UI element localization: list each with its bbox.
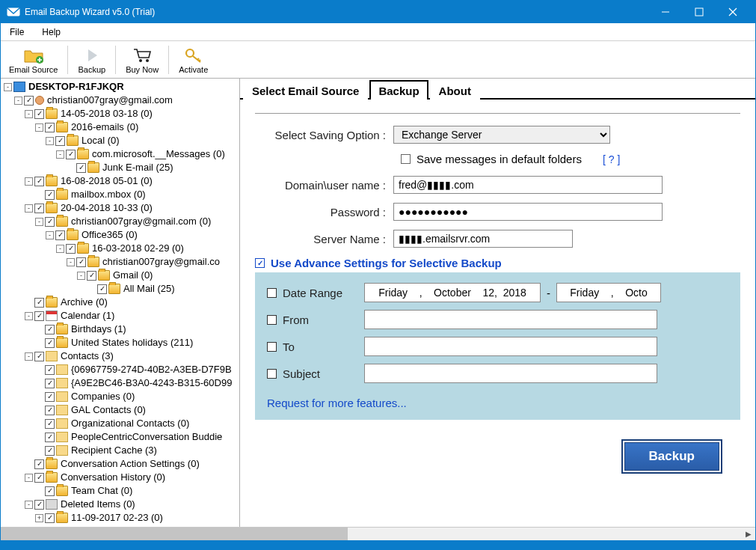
expander[interactable]: - — [25, 352, 33, 361]
saving-option-select[interactable]: Exchange Server — [393, 126, 610, 144]
tree-item[interactable]: Calendar (1) — [59, 309, 116, 323]
checkbox[interactable]: ✓ — [45, 486, 55, 496]
expander[interactable]: - — [35, 218, 43, 226]
tab-select-email-source[interactable]: Select Email Source — [243, 80, 368, 100]
checkbox[interactable]: ✓ — [45, 406, 55, 415]
checkbox[interactable]: ✓ — [34, 311, 44, 321]
tree-item[interactable]: Contacts (3) — [59, 349, 115, 363]
mailbox-tree[interactable]: -DESKTOP-R1FJKQR -✓christian007gray@gmai… — [1, 79, 240, 527]
checkbox[interactable]: ✓ — [34, 109, 44, 119]
checkbox[interactable]: ✓ — [76, 163, 86, 173]
expander[interactable]: - — [46, 231, 54, 239]
checkbox[interactable]: ✓ — [45, 190, 55, 200]
tree-item[interactable]: 14-05-2018 03-18 (0) — [59, 107, 154, 120]
expander[interactable]: - — [25, 204, 33, 213]
tree-item[interactable]: Local (0) — [80, 134, 121, 147]
checkbox[interactable]: ✓ — [87, 271, 96, 281]
checkbox[interactable]: ✓ — [45, 513, 55, 523]
close-button[interactable] — [716, 1, 749, 23]
tree-item[interactable]: GAL Contacts (0) — [70, 403, 147, 417]
checkbox[interactable]: ✓ — [55, 136, 65, 146]
tab-backup[interactable]: Backup — [369, 80, 428, 100]
checkbox[interactable]: ✓ — [24, 96, 34, 106]
subject-input[interactable] — [364, 364, 657, 383]
checkbox[interactable]: ✓ — [97, 284, 107, 294]
tree-item[interactable]: Organizational Contacts (0) — [70, 417, 191, 430]
scroll-right-arrow[interactable]: ▶ — [742, 528, 755, 540]
expander[interactable]: - — [67, 258, 75, 266]
tree-root[interactable]: DESKTOP-R1FJKQR — [27, 80, 126, 94]
to-checkbox[interactable] — [267, 342, 277, 352]
backup-button[interactable]: Backup — [624, 442, 719, 471]
from-checkbox[interactable] — [267, 315, 277, 325]
checkbox[interactable]: ✓ — [45, 392, 55, 402]
checkbox[interactable]: ✓ — [45, 379, 55, 388]
tree-item[interactable]: Gmail (0) — [111, 269, 154, 282]
save-default-checkbox[interactable] — [401, 154, 411, 164]
checkbox[interactable]: ✓ — [76, 257, 86, 267]
toolbar-email-source[interactable]: Email Source — [2, 42, 64, 78]
server-name-input[interactable] — [393, 230, 573, 248]
expander[interactable]: + — [35, 514, 43, 522]
toolbar-backup[interactable]: Backup — [71, 42, 112, 78]
tree-item[interactable]: 16-08-2018 05-01 (0) — [59, 174, 154, 188]
expander[interactable]: - — [25, 474, 33, 482]
tree-item[interactable]: 2016-emails (0) — [70, 120, 140, 134]
tree-item[interactable]: Junk E-mail (25) — [101, 161, 175, 174]
checkbox[interactable]: ✓ — [34, 473, 44, 483]
date-from-input[interactable] — [364, 283, 541, 302]
tree-item[interactable]: Conversation Action Settings (0) — [59, 457, 201, 471]
checkbox[interactable]: ✓ — [34, 298, 44, 308]
tab-about[interactable]: About — [430, 80, 480, 100]
checkbox[interactable]: ✓ — [66, 244, 76, 254]
tree-item[interactable]: All Mail (25) — [122, 282, 176, 296]
checkbox[interactable]: ✓ — [45, 123, 55, 132]
to-input[interactable] — [364, 337, 657, 356]
tree-item[interactable]: PeopleCentricConversation Buddie — [70, 430, 224, 444]
checkbox[interactable]: ✓ — [55, 230, 65, 240]
date-range-checkbox[interactable] — [267, 288, 277, 298]
tree-item[interactable]: Recipient Cache (3) — [70, 444, 159, 457]
minimize-button[interactable] — [648, 1, 682, 23]
expander[interactable]: - — [35, 123, 43, 132]
expander[interactable]: - — [46, 137, 54, 145]
tree-item[interactable]: Team Chat (0) — [70, 484, 134, 498]
checkbox[interactable]: ✓ — [34, 204, 44, 213]
checkbox[interactable]: ✓ — [45, 325, 55, 334]
tree-item[interactable]: com.microsoft.__Messages (0) — [90, 147, 227, 161]
tree-item[interactable]: Companies (0) — [70, 390, 136, 403]
from-input[interactable] — [364, 310, 657, 329]
checkbox[interactable]: ✓ — [34, 459, 44, 469]
toolbar-activate[interactable]: Activate — [172, 42, 215, 78]
tree-item[interactable]: christian007gray@gmail.com (0) — [70, 215, 212, 228]
checkbox[interactable]: ✓ — [45, 217, 55, 227]
expander[interactable]: - — [25, 177, 33, 186]
expander[interactable]: - — [14, 97, 22, 105]
tree-item[interactable]: 16-03-2018 02-29 (0) — [90, 242, 185, 255]
expander[interactable]: - — [77, 272, 85, 280]
domain-user-input[interactable] — [393, 176, 663, 194]
horizontal-scrollbar[interactable]: ◀ ▶ — [1, 527, 755, 540]
menu-file[interactable]: File — [7, 25, 27, 39]
expander[interactable]: - — [56, 150, 64, 159]
date-to-input[interactable] — [556, 283, 661, 302]
checkbox[interactable]: ✓ — [45, 365, 55, 375]
checkbox[interactable]: ✓ — [45, 338, 55, 348]
checkbox[interactable]: ✓ — [66, 150, 76, 159]
help-link[interactable]: [ ? ] — [603, 153, 620, 165]
checkbox[interactable]: ✓ — [45, 419, 55, 429]
scroll-thumb[interactable] — [1, 528, 348, 540]
checkbox[interactable]: ✓ — [34, 177, 44, 186]
tree-item[interactable]: mailbox.mbox (0) — [70, 188, 147, 201]
tree-item[interactable]: {A9E2BC46-B3A0-4243-B315-60D99 — [70, 376, 233, 390]
password-input[interactable] — [393, 203, 663, 221]
checkbox[interactable]: ✓ — [45, 433, 55, 442]
tree-item[interactable]: 20-04-2018 10-33 (0) — [59, 201, 154, 215]
expander[interactable]: - — [25, 110, 33, 118]
expander[interactable]: - — [56, 245, 64, 253]
maximize-button[interactable] — [682, 1, 716, 23]
expander[interactable]: - — [4, 83, 12, 91]
expander[interactable]: - — [25, 312, 33, 320]
tree-item[interactable]: Archive (0) — [59, 296, 109, 309]
tree-item[interactable]: Conversation History (0) — [59, 471, 167, 484]
